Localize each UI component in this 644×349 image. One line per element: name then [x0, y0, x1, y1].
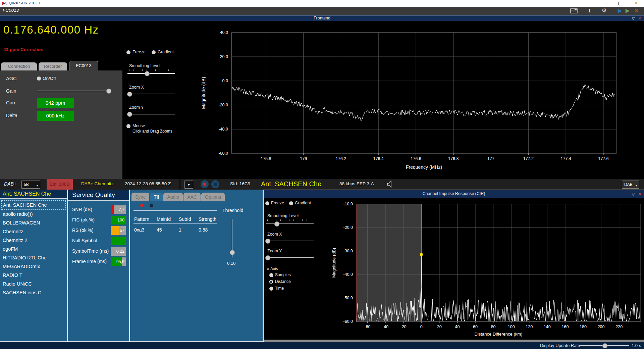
stop-close-icon[interactable]: ×: [633, 7, 640, 14]
zoomy-slider-track[interactable]: [127, 114, 175, 114]
svg-text:0.0: 0.0: [222, 79, 228, 83]
tii-tab-options[interactable]: Options: [201, 193, 225, 201]
cir-collapse-icon[interactable]: ▽: [632, 190, 635, 198]
svg-text:-60: -60: [364, 325, 370, 329]
zoomx-slider-thumb[interactable]: [127, 92, 132, 97]
cir-smoothing-slider-thumb[interactable]: [274, 221, 279, 227]
cir-xaxis-option-label: Samples: [275, 272, 291, 277]
service-list-item[interactable]: Chemnitz 2: [1, 236, 66, 245]
dab-status-bar: DAB+ 5B ▼ EId: 108D DAB+ Chemnitz 2024-1…: [0, 179, 644, 190]
maximize-button[interactable]: [616, 0, 625, 6]
channel-dropdown[interactable]: 5B ▼: [21, 181, 40, 189]
svg-text:-10.0: -10.0: [343, 202, 353, 206]
cir-zoomy-slider-track[interactable]: [266, 257, 314, 258]
service-list-item[interactable]: Chemnitz: [1, 227, 66, 236]
gain-slider-track[interactable]: [37, 91, 109, 91]
bitrate-label: 88 kbps EEP 3-A: [339, 181, 374, 186]
tii-stop-icon[interactable]: [150, 204, 154, 208]
tii-tab-sync[interactable]: Sync: [131, 193, 149, 201]
zoomy-slider-thumb[interactable]: [127, 112, 132, 117]
agc-radio[interactable]: [37, 77, 41, 81]
service-list-item[interactable]: Ant. SACHSEN Che: [1, 200, 66, 210]
output-value: DAB: [622, 182, 633, 187]
cir-smoothing-slider-track[interactable]: [266, 223, 314, 224]
output-dropdown[interactable]: DAB ▼: [622, 181, 639, 189]
cir-xaxis-radio-time[interactable]: [269, 287, 273, 291]
chevron-down-icon: ▼: [187, 183, 191, 187]
info-icon[interactable]: ℹ: [587, 7, 592, 14]
corr-label: Corr.: [6, 100, 16, 105]
service-list-item[interactable]: RADIO T: [1, 271, 66, 280]
tii-record-icon[interactable]: [140, 204, 143, 207]
service-list-item[interactable]: Radio UNiCC: [1, 280, 66, 288]
stop-button[interactable]: [211, 180, 219, 188]
window-layout-icon[interactable]: [570, 8, 578, 16]
service-list-item[interactable]: HITRADIO RTL Che: [1, 253, 66, 262]
threshold-slider-thumb[interactable]: [230, 250, 235, 255]
cir-gradient-radio[interactable]: [289, 201, 293, 205]
svg-text:176.4: 176.4: [373, 156, 384, 161]
frontend-close-icon[interactable]: ×: [638, 16, 641, 21]
cir-zoomx-slider-track[interactable]: [266, 241, 314, 241]
datetime-dropdown-button[interactable]: ▼: [184, 181, 193, 189]
tii-tab-audio[interactable]: Audio: [163, 193, 183, 201]
smoothing-slider-thumb[interactable]: [145, 71, 150, 76]
cir-freeze-label: Freeze: [271, 201, 284, 205]
quality-metric-label: RS (ok %): [72, 228, 94, 233]
svg-text:-30.0: -30.0: [343, 249, 353, 253]
app-logo-icon: [2, 1, 7, 5]
cir-freeze-radio[interactable]: [265, 201, 269, 205]
gradient-radio[interactable]: [152, 50, 156, 54]
tab-connection[interactable]: Connection: [1, 62, 37, 70]
settings-gear-icon[interactable]: ⚙: [600, 7, 608, 14]
update-rate-slider-thumb[interactable]: [602, 343, 607, 348]
svg-text:100: 100: [508, 325, 515, 329]
smoothing-slider-track[interactable]: [127, 73, 175, 74]
zoomx-slider-track[interactable]: [127, 94, 175, 94]
service-list-item[interactable]: egoFM: [1, 245, 66, 253]
separator: [180, 179, 180, 190]
svg-text:-60.0: -60.0: [343, 319, 353, 324]
frontend-panel-header: Frontend ▽ ×: [0, 15, 644, 21]
channel-value: 5B: [22, 182, 29, 187]
svg-text:60: 60: [473, 325, 478, 329]
frontend-collapse-icon[interactable]: ▽: [632, 16, 635, 21]
svg-text:177.6: 177.6: [598, 156, 608, 161]
cir-close-icon[interactable]: ×: [638, 190, 641, 198]
cir-zoomx-slider-thumb[interactable]: [265, 239, 270, 244]
tii-tab-aac[interactable]: AAC: [183, 193, 201, 201]
menubar: FC0013 ℹ ⚙ ▶ ▶ ×: [0, 7, 644, 15]
cir-xaxis-option-label: Distance: [275, 279, 291, 284]
horizontal-scrollbar[interactable]: [264, 340, 644, 342]
tii-col-mainid: MainId: [157, 216, 171, 222]
quality-metric-label: FrameTime (ms): [72, 259, 107, 264]
tab-recorder[interactable]: Recorder: [39, 62, 67, 70]
cir-panel-header: Channel Impulse Response (CIR) ▽ ×: [264, 190, 644, 198]
play-secondary-icon[interactable]: ▶: [624, 7, 631, 14]
chevron-down-icon: ▼: [635, 182, 638, 190]
service-list-item[interactable]: SACHSEN eins C: [1, 288, 66, 297]
svg-text:-40: -40: [382, 325, 388, 329]
service-list-item[interactable]: apollo radio))): [1, 210, 66, 218]
speaker-icon[interactable]: [386, 181, 394, 188]
cir-xaxis-radio-samples[interactable]: [269, 273, 273, 277]
cir-zoomy-slider-thumb[interactable]: [265, 255, 270, 260]
smoothing-label: Smoothing Level: [129, 63, 160, 68]
mouse-zoom-radio[interactable]: [126, 124, 130, 128]
freeze-radio[interactable]: [126, 50, 130, 54]
frontend-spectrum-chart[interactable]: 40.020.00.0-20.0-40.0-60.0175.8176176.21…: [181, 21, 644, 179]
record-button[interactable]: [201, 180, 209, 188]
cir-smoothing-tickmarks: [267, 219, 313, 221]
tab-fc0013[interactable]: FC0013: [69, 61, 98, 70]
tii-tab-tii[interactable]: TII: [150, 193, 163, 201]
service-list-item[interactable]: MEGARADIOmix: [1, 262, 66, 271]
close-button[interactable]: ×: [632, 0, 641, 6]
svg-text:-20.0: -20.0: [343, 225, 353, 230]
cir-xaxis-radio-distance[interactable]: [269, 280, 273, 284]
stop-icon: [214, 183, 217, 186]
cir-chart[interactable]: -10.0-20.0-30.0-40.0-50.0-60.0-60-40-200…: [322, 197, 644, 340]
minimize-button[interactable]: –: [601, 0, 610, 6]
service-list-item[interactable]: BOLLERWAGEN: [1, 218, 66, 227]
play-primary-icon[interactable]: ▶: [616, 7, 623, 14]
gain-slider-thumb[interactable]: [106, 89, 111, 94]
